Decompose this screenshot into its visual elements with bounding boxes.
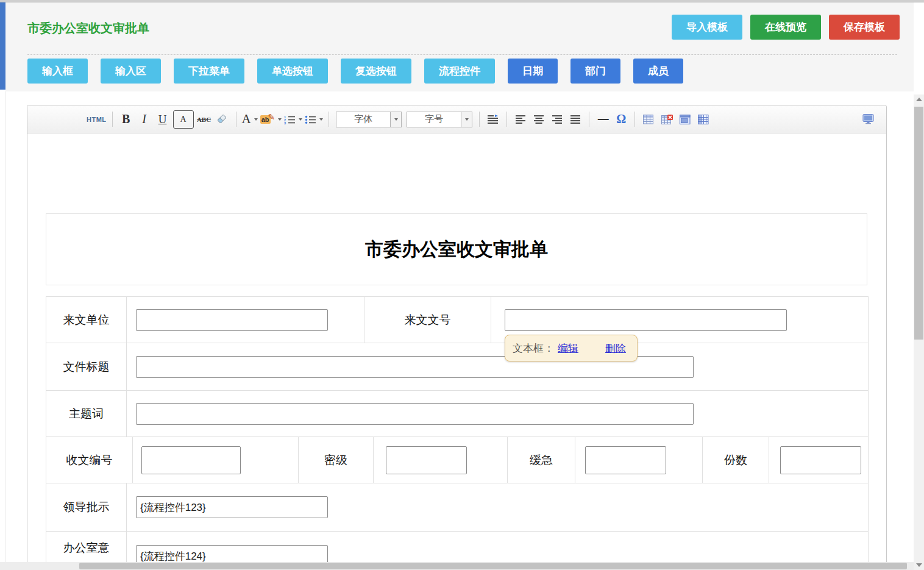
- widget-date-button[interactable]: 日期: [508, 59, 558, 84]
- font-box-icon[interactable]: A: [173, 110, 194, 129]
- toolbar-separator: [589, 112, 589, 127]
- html-source-icon[interactable]: HTML: [87, 111, 107, 128]
- table-row: 收文编号 密级 缓急 份数: [46, 437, 868, 483]
- cell-leader-instructions: [127, 483, 869, 531]
- cell-subject-words: [127, 391, 869, 436]
- widget-dropdown-button[interactable]: 下拉菜单: [174, 59, 244, 84]
- toolbar-separator: [479, 112, 480, 127]
- font-size-select[interactable]: 字号: [407, 112, 472, 127]
- cell-document-title: [127, 343, 869, 390]
- eraser-icon[interactable]: [215, 111, 230, 128]
- font-color-icon[interactable]: A: [242, 111, 258, 128]
- widget-department-button[interactable]: 部门: [570, 59, 620, 84]
- down-arrow-icon: [916, 563, 922, 567]
- page-title: 市委办公室收文审批单: [27, 20, 149, 37]
- widget-member-button[interactable]: 成员: [633, 59, 683, 84]
- widget-checkbox-button[interactable]: 复选按钮: [341, 59, 411, 84]
- widget-button-row: 输入框 输入区 下拉菜单 单选按钮 复选按钮 流程控件 日期 部门 成员: [27, 59, 683, 84]
- cell-urgency: [575, 437, 703, 483]
- urgency-input[interactable]: [585, 446, 666, 474]
- tooltip-label: 文本框：: [513, 341, 554, 355]
- svg-text:3: 3: [284, 121, 286, 124]
- label-incoming-unit: 来文单位: [46, 297, 127, 343]
- vertical-scrollbar[interactable]: [914, 94, 924, 570]
- scroll-up-button[interactable]: [914, 94, 924, 104]
- chevron-down-icon[interactable]: [390, 112, 401, 127]
- indent-icon[interactable]: [485, 111, 501, 128]
- left-blue-panel-edge: [0, 2, 5, 90]
- widget-input-box-button[interactable]: 输入框: [27, 59, 88, 84]
- form-table: 来文单位 来文文号 文件标题 主题词: [46, 296, 869, 562]
- incoming-doc-number-input[interactable]: [505, 309, 787, 331]
- copies-input[interactable]: [780, 446, 861, 474]
- toolbar-separator: [329, 112, 329, 127]
- incoming-unit-input[interactable]: [136, 309, 328, 331]
- edit-link[interactable]: 编辑: [558, 341, 578, 355]
- align-center-icon[interactable]: [531, 111, 547, 128]
- widget-flow-control-button[interactable]: 流程控件: [424, 59, 495, 84]
- toolbar-separator: [112, 112, 113, 127]
- unordered-list-icon[interactable]: [305, 111, 323, 128]
- highlight-icon[interactable]: ab✎: [260, 111, 282, 128]
- editor-document[interactable]: 市委办公室收文审批单 来文单位 来文文号 文件标题: [27, 213, 886, 562]
- align-justify-icon[interactable]: [567, 111, 583, 128]
- cell-properties-icon[interactable]: [695, 111, 711, 128]
- leader-instructions-input[interactable]: [136, 496, 328, 518]
- cell-security-level: [374, 437, 508, 483]
- receipt-number-input[interactable]: [141, 446, 241, 474]
- form-title-cell[interactable]: 市委办公室收文审批单: [46, 213, 867, 285]
- cell-receipt-number: [133, 437, 299, 483]
- strikethrough-icon[interactable]: ABC: [196, 111, 212, 128]
- horizontal-rule-icon[interactable]: —: [595, 111, 611, 128]
- subject-words-input[interactable]: [136, 403, 694, 425]
- table-row: 主题词: [46, 391, 868, 437]
- ordered-list-icon[interactable]: 123: [284, 111, 302, 128]
- office-opinion-input[interactable]: [136, 545, 328, 562]
- page-left-border: [5, 91, 5, 562]
- label-urgency: 缓急: [508, 437, 575, 483]
- table-row: 办公室意: [46, 532, 868, 562]
- cell-copies: [769, 437, 869, 483]
- label-document-title: 文件标题: [46, 343, 127, 390]
- label-receipt-number: 收文编号: [46, 437, 133, 483]
- chevron-down-icon[interactable]: [461, 112, 472, 127]
- delete-link[interactable]: 删除: [605, 341, 626, 355]
- save-template-button[interactable]: 保存模板: [829, 15, 900, 40]
- table-properties-icon[interactable]: [677, 111, 693, 128]
- scroll-down-button[interactable]: [914, 560, 924, 570]
- form-title: 市委办公室收文审批单: [365, 237, 548, 262]
- rich-text-editor: HTML B I U A ABC A ab✎ 123 字体 字号: [27, 105, 887, 562]
- delete-table-icon[interactable]: [659, 111, 675, 128]
- align-right-icon[interactable]: [549, 111, 565, 128]
- insert-table-icon[interactable]: [641, 111, 656, 128]
- label-incoming-doc-number: 来文文号: [364, 297, 491, 343]
- special-char-icon[interactable]: Ω: [613, 111, 629, 128]
- up-arrow-icon: [916, 98, 922, 101]
- widget-radio-button[interactable]: 单选按钮: [257, 59, 328, 84]
- security-level-input[interactable]: [386, 446, 467, 474]
- bold-icon[interactable]: B: [118, 111, 134, 128]
- label-office-opinion: 办公室意: [46, 532, 127, 562]
- toolbar-separator: [634, 112, 635, 127]
- align-left-icon[interactable]: [513, 111, 528, 128]
- table-row: 领导批示: [46, 483, 868, 532]
- widget-textarea-button[interactable]: 输入区: [101, 59, 161, 84]
- cell-incoming-unit: [127, 297, 364, 343]
- font-family-select[interactable]: 字体: [336, 112, 402, 127]
- fullscreen-icon[interactable]: [861, 111, 876, 128]
- horizontal-scrollbar-thumb[interactable]: [79, 563, 907, 569]
- label-subject-words: 主题词: [46, 391, 127, 436]
- import-template-button[interactable]: 导入模板: [672, 15, 742, 40]
- horizontal-scrollbar[interactable]: [0, 562, 914, 570]
- vertical-scrollbar-thumb[interactable]: [914, 107, 923, 340]
- underline-icon[interactable]: U: [155, 111, 171, 128]
- header-divider: [27, 54, 897, 55]
- table-row: 文件标题: [46, 343, 868, 391]
- page-header: 市委办公室收文审批单 导入模板 在线预览 保存模板 输入框 输入区 下拉菜单 单…: [5, 2, 914, 91]
- table-row: 来文单位 来文文号: [46, 297, 868, 343]
- toolbar-separator: [506, 112, 507, 127]
- italic-icon[interactable]: I: [137, 111, 152, 128]
- online-preview-button[interactable]: 在线预览: [750, 15, 821, 40]
- label-leader-instructions: 领导批示: [46, 483, 127, 531]
- template-actions: 导入模板 在线预览 保存模板: [672, 15, 900, 40]
